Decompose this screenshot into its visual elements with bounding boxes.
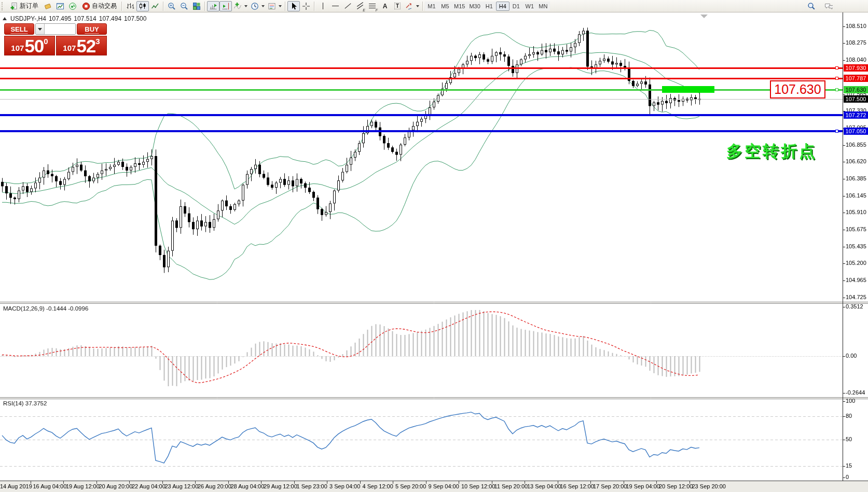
timeframe-button-mn[interactable]: MN: [536, 2, 550, 11]
horizontal-line-tool-button[interactable]: [329, 1, 341, 11]
label-tool-icon: T: [393, 2, 402, 10]
rsi-tick-label: 100: [846, 398, 855, 404]
timeframe-button-h1[interactable]: H1: [483, 2, 496, 11]
arrows-tool-icon: [405, 2, 414, 10]
quote-header: USDJPY-,H4 107.495 107.514 107.494 107.5…: [3, 15, 146, 22]
new-order-label: 新订单: [20, 2, 38, 10]
scroll-group: [207, 0, 232, 12]
arrows-tool-button[interactable]: [404, 1, 421, 11]
trendline-tool-button[interactable]: [341, 1, 354, 11]
new-chart-button[interactable]: [54, 1, 66, 11]
volume-input[interactable]: [45, 24, 76, 34]
price-level-badge: 107.930: [844, 64, 868, 72]
channel-glyph-letter: E: [363, 8, 365, 12]
timeframe-button-m1[interactable]: M1: [425, 2, 438, 11]
indicators-icon: [233, 2, 242, 10]
line-chart-icon: [151, 2, 159, 10]
vertical-line-tool-button[interactable]: [316, 1, 329, 11]
sell-price-button[interactable]: 107500: [4, 36, 55, 55]
time-axis-label: 5 Sep 20:00: [395, 483, 426, 489]
zoom-out-button[interactable]: [178, 1, 190, 11]
vertical-line-icon: [319, 2, 327, 10]
auto-scroll-button[interactable]: [207, 1, 219, 11]
candlestick-chart-icon: [139, 2, 147, 10]
quote-close: 107.500: [124, 15, 146, 22]
channel-tool-button[interactable]: E: [354, 1, 366, 11]
fibonacci-icon: F: [368, 2, 377, 10]
search-button[interactable]: [805, 1, 818, 11]
price-tick-label: 108.510: [846, 23, 866, 29]
candlestick-chart-button[interactable]: [136, 1, 149, 11]
periods-button[interactable]: [249, 1, 266, 11]
new-order-button[interactable]: 新订单: [7, 1, 42, 11]
timeframe-button-h4[interactable]: H4: [496, 2, 509, 11]
sell-button[interactable]: SELL: [4, 23, 34, 35]
sell-price-big: 50: [24, 38, 44, 54]
collapse-arrow-icon[interactable]: [3, 17, 7, 20]
tile-windows-icon: [192, 2, 201, 10]
chart-shift-icon: [222, 2, 230, 10]
quote-open: 107.495: [49, 15, 71, 22]
signals-button[interactable]: [66, 1, 79, 11]
crosshair-button[interactable]: [300, 1, 312, 11]
rsi-tick-label: 80: [846, 413, 852, 419]
bar-chart-icon: [126, 2, 134, 10]
autotrading-button[interactable]: 自动交易: [79, 1, 120, 11]
periods-dropdown-caret: [261, 5, 265, 7]
timeframe-button-d1[interactable]: D1: [509, 2, 523, 11]
auto-scroll-icon: [209, 2, 217, 10]
cursor-button[interactable]: [287, 1, 300, 11]
rsi-tick-label: 0: [846, 474, 849, 480]
price-tick-label: 104.965: [846, 277, 866, 283]
chart-shift-button[interactable]: [219, 1, 232, 11]
buy-price-button[interactable]: 107523: [56, 36, 107, 55]
templates-button[interactable]: [266, 1, 283, 11]
turning-point-annotation[interactable]: 多空转折点: [726, 140, 817, 162]
sell-price-sup: 0: [44, 37, 48, 46]
time-axis-label: 1 Sep 23:00: [297, 483, 327, 489]
toolbar-separator: [314, 2, 315, 11]
price-tick-label: 106.855: [846, 142, 866, 148]
price-tick-label: 105.675: [846, 226, 866, 232]
zoom-in-button[interactable]: [166, 1, 178, 11]
bar-chart-button[interactable]: [124, 1, 136, 11]
price-level-badge: 107.272: [844, 111, 868, 119]
timeframe-toolbar: M1M5M15M30H1H4D1W1MN: [425, 0, 550, 12]
price-annotation-box[interactable]: 107.630: [770, 80, 825, 99]
volume-decrease-button[interactable]: [36, 24, 45, 34]
timeframe-button-w1[interactable]: W1: [523, 2, 536, 11]
time-axis-label: 3 Sep 04:00: [329, 483, 360, 489]
time-axis-label: 17 Sep 20:00: [593, 483, 627, 489]
price-level-badge: 107.050: [844, 128, 868, 135]
time-axis-label: 9 Sep 04:00: [429, 483, 459, 489]
arrows-dropdown-caret: [416, 5, 419, 7]
time-axis-label: 4 Sep 12:00: [363, 483, 393, 489]
toolbar-separator: [163, 2, 164, 11]
price-tick-label: 105.200: [846, 260, 866, 266]
sell-price-prefix: 107: [11, 44, 24, 52]
time-axis-label: 23 Sep 20:00: [692, 483, 726, 489]
rsi-tick-label: 15: [846, 462, 852, 469]
zoom-out-icon: [180, 2, 188, 10]
chat-button[interactable]: [822, 1, 835, 11]
text-tool-button[interactable]: A: [379, 1, 391, 11]
indicators-button[interactable]: [232, 1, 249, 11]
tile-windows-button[interactable]: [190, 1, 203, 11]
label-tool-button[interactable]: T: [391, 1, 404, 11]
time-axis-label: 23 Aug 12:00: [165, 483, 199, 489]
toolbar-grip[interactable]: [2, 2, 5, 10]
cursor-group: [287, 0, 312, 12]
buy-price-big: 52: [76, 38, 95, 54]
timeframe-button-m5[interactable]: M5: [438, 2, 452, 11]
price-tick-label: 108.275: [846, 39, 866, 46]
equidistant-channel-icon: E: [356, 2, 364, 10]
buy-button[interactable]: BUY: [77, 23, 107, 35]
signals-icon: [68, 2, 77, 10]
indicators-dropdown-caret: [244, 5, 247, 7]
autotrading-label: 自动交易: [92, 2, 117, 10]
line-chart-button[interactable]: [149, 1, 161, 11]
fibonacci-tool-button[interactable]: F: [366, 1, 379, 11]
metaeditor-button[interactable]: [42, 1, 54, 11]
timeframe-button-m15[interactable]: M15: [452, 2, 467, 11]
timeframe-button-m30[interactable]: M30: [467, 2, 482, 11]
